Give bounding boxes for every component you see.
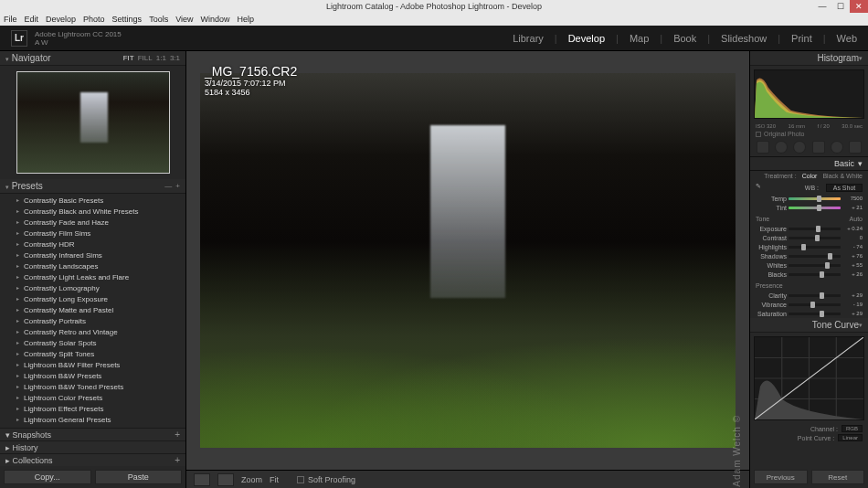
wb-dropper-icon[interactable]: ✎: [756, 183, 765, 192]
preset-folder[interactable]: Contrastly Lomography: [0, 283, 185, 294]
menu-help[interactable]: Help: [238, 15, 255, 24]
module-develop[interactable]: Develop: [568, 33, 605, 44]
preset-folder[interactable]: Contrastly Infrared Sims: [0, 250, 185, 261]
temp-slider[interactable]: [789, 197, 841, 200]
menu-file[interactable]: File: [4, 15, 17, 24]
shadows-slider[interactable]: [789, 255, 841, 258]
basic-panel-header[interactable]: Basic ▾: [750, 157, 868, 171]
preset-folder[interactable]: Contrastly Retro and Vintage: [0, 327, 185, 338]
preset-folder[interactable]: Lightroom B&W Presets: [0, 371, 185, 382]
preset-folder[interactable]: Contrastly Film Sims: [0, 228, 185, 239]
module-book[interactable]: Book: [673, 33, 696, 44]
preset-folder[interactable]: Contrastly HDR: [0, 239, 185, 250]
maximize-button[interactable]: ☐: [831, 0, 850, 13]
loupe-view-button[interactable]: [194, 473, 210, 486]
whites-label: Whites: [756, 262, 787, 269]
preset-folder[interactable]: Contrastly Split Tones: [0, 349, 185, 360]
preset-folder[interactable]: Lightroom Video Presets: [0, 426, 185, 428]
tonecurve-header[interactable]: Tone Curve ▾: [750, 318, 868, 333]
watermark: Adam Welch ©: [732, 415, 742, 487]
preset-folder[interactable]: Contrastly Light Leaks and Flare: [0, 272, 185, 283]
channel-dropdown[interactable]: RGB: [842, 425, 863, 432]
preset-folder[interactable]: Lightroom B&W Toned Presets: [0, 382, 185, 393]
history-header[interactable]: ▸ History: [0, 440, 185, 453]
preset-folder[interactable]: Contrastly Basic Presets: [0, 196, 185, 207]
nav-3to1[interactable]: 3:1: [170, 54, 180, 62]
pointcurve-dropdown[interactable]: Linear: [838, 434, 863, 441]
auto-tone-button[interactable]: Auto: [850, 216, 863, 222]
presets-plus-icon[interactable]: +: [175, 182, 180, 190]
module-map[interactable]: Map: [630, 33, 649, 44]
module-web[interactable]: Web: [837, 33, 857, 44]
reset-button[interactable]: Reset: [811, 470, 865, 484]
menu-edit[interactable]: Edit: [25, 15, 39, 24]
presets-minus-icon[interactable]: —: [164, 182, 172, 190]
menu-window[interactable]: Window: [201, 15, 230, 24]
compare-view-button[interactable]: [217, 473, 234, 486]
navigator-thumbnail[interactable]: [16, 71, 170, 174]
redeye-tool-icon[interactable]: [793, 141, 806, 154]
paste-button[interactable]: Paste: [95, 470, 183, 484]
nav-fill[interactable]: FILL: [138, 54, 153, 62]
grad-filter-icon[interactable]: [812, 141, 825, 154]
collections-header[interactable]: ▸ Collections+: [0, 453, 185, 466]
minimize-button[interactable]: —: [813, 0, 831, 13]
menu-settings[interactable]: Settings: [112, 15, 143, 24]
tint-value: + 21: [842, 205, 863, 210]
highlights-slider[interactable]: [789, 246, 841, 249]
tone-curve-chart[interactable]: [754, 336, 864, 420]
treatment-color[interactable]: Color: [802, 173, 818, 179]
copy-button[interactable]: Copy...: [4, 470, 91, 484]
preset-folder[interactable]: Lightroom Color Presets: [0, 393, 185, 404]
brush-tool-icon[interactable]: [849, 141, 862, 154]
navigator-header[interactable]: ▾ Navigator FIT FILL 1:1 3:1: [0, 51, 185, 66]
wb-dropdown[interactable]: As Shot: [826, 184, 863, 192]
preset-folder[interactable]: Contrastly Solar Spots: [0, 338, 185, 349]
presets-header[interactable]: ▾ Presets — +: [0, 179, 185, 194]
user-name: A W: [35, 38, 122, 47]
main-image[interactable]: [200, 73, 736, 448]
preset-folder[interactable]: Lightroom General Presets: [0, 415, 185, 426]
snapshots-header[interactable]: ▾ Snapshots+: [0, 428, 185, 440]
preset-folder[interactable]: Contrastly Portraits: [0, 316, 185, 327]
viewport[interactable]: _MG_7156.CR2 3/14/2015 7:07:12 PM 5184 x…: [186, 51, 749, 470]
contrast-slider[interactable]: [789, 237, 841, 239]
menu-bar: File Edit Develop Photo Settings Tools V…: [0, 13, 868, 26]
close-button[interactable]: ✕: [850, 0, 868, 13]
preset-folder[interactable]: Contrastly Landscapes: [0, 261, 185, 272]
preset-folder[interactable]: Contrastly Fade and Haze: [0, 217, 185, 228]
original-photo-checkbox[interactable]: [756, 132, 761, 137]
vibrance-slider[interactable]: [789, 303, 841, 306]
shadows-label: Shadows: [756, 253, 787, 260]
menu-view[interactable]: View: [175, 15, 193, 24]
preset-folder[interactable]: Contrastly Matte and Pastel: [0, 305, 185, 316]
menu-tools[interactable]: Tools: [149, 15, 168, 24]
histogram-header[interactable]: Histogram ▾: [750, 51, 868, 66]
histogram-chart[interactable]: [754, 69, 864, 119]
clarity-slider[interactable]: [789, 294, 841, 297]
zoom-fit[interactable]: Fit: [270, 475, 279, 484]
previous-button[interactable]: Previous: [754, 470, 808, 484]
spot-tool-icon[interactable]: [775, 141, 788, 154]
exposure-slider[interactable]: [789, 228, 841, 230]
crop-tool-icon[interactable]: [757, 141, 769, 154]
image-info-overlay: _MG_7156.CR2 3/14/2015 7:07:12 PM 5184 x…: [205, 64, 297, 97]
module-slideshow[interactable]: Slideshow: [721, 33, 767, 44]
saturation-slider[interactable]: [789, 313, 841, 315]
soft-proofing-checkbox[interactable]: [297, 476, 304, 483]
menu-photo[interactable]: Photo: [83, 15, 105, 24]
preset-folder[interactable]: Contrastly Black and White Presets: [0, 207, 185, 217]
module-print[interactable]: Print: [791, 33, 812, 44]
radial-filter-icon[interactable]: [831, 141, 843, 154]
preset-folder[interactable]: Lightroom B&W Filter Presets: [0, 360, 185, 371]
tint-slider[interactable]: [789, 207, 841, 209]
nav-fit[interactable]: FIT: [123, 54, 134, 62]
blacks-slider[interactable]: [789, 273, 841, 276]
preset-folder[interactable]: Lightroom Effect Presets: [0, 404, 185, 415]
menu-develop[interactable]: Develop: [46, 15, 76, 24]
nav-1to1[interactable]: 1:1: [156, 54, 166, 62]
preset-folder[interactable]: Contrastly Long Exposure: [0, 294, 185, 305]
module-library[interactable]: Library: [513, 33, 544, 44]
whites-slider[interactable]: [789, 264, 841, 267]
treatment-bw[interactable]: Black & White: [822, 173, 863, 179]
